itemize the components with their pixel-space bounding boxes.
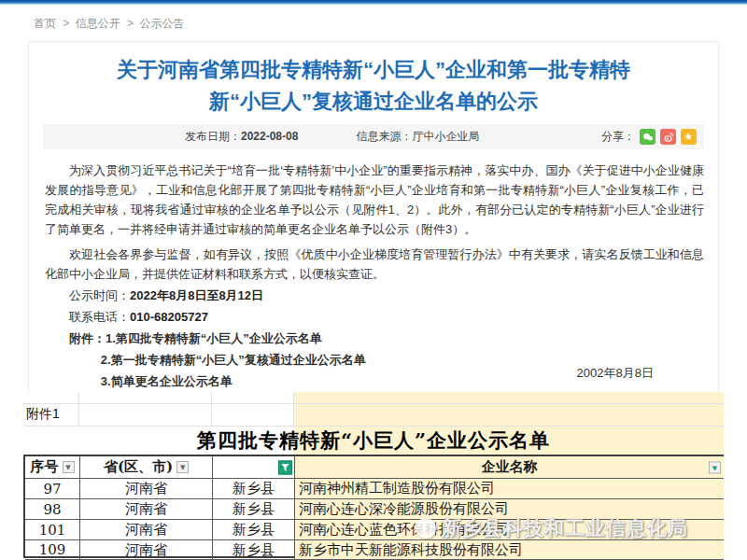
- qzone-share-icon[interactable]: ★: [681, 129, 697, 145]
- share-label: 分享：: [601, 129, 635, 145]
- notice-time-label: 公示时间：: [69, 288, 130, 302]
- annex-spreadsheet: 附件1 第四批专精特新“小巨人”企业公示名单 序号 ▼ 省(区、市) ▼ 企业名…: [23, 392, 724, 558]
- table-cell-company: 河南神州精工制造股份有限公司: [295, 479, 724, 499]
- contact-phone-label: 联系电话：: [69, 310, 130, 324]
- annex-band: 附件1: [23, 392, 724, 426]
- weibo-share-icon[interactable]: [660, 129, 676, 145]
- company-table: 序号 ▼ 省(区、市) ▼ 企业名称 ▼ 97 河南省 新乡县 河南神州精工制造…: [23, 455, 724, 558]
- breadcrumb-info-disclosure[interactable]: 信息公开: [76, 17, 120, 30]
- paragraph-1: 为深入贯彻习近平总书记关于“培育一批‘专精特新’中小企业”的重要指示精神，落实中…: [45, 161, 704, 239]
- paragraph-2: 欢迎社会各界参与监督，如有异议，按照《优质中小企业梯度培育管理暂行办法》中有关要…: [45, 245, 704, 284]
- table-cell-seq: 109: [25, 540, 80, 560]
- column-header-company: 企业名称 ▼: [295, 456, 724, 479]
- breadcrumb-current: 公示公告: [139, 17, 184, 30]
- table-title-row: 第四批专精特新“小巨人”企业公示名单: [23, 426, 724, 455]
- filter-dropdown-icon[interactable]: ▼: [176, 461, 189, 473]
- article-body: 为深入贯彻习近平总书记关于“培育一批‘专精特新’中小企业”的重要指示精神，落实中…: [45, 161, 704, 393]
- gridline: [211, 392, 212, 426]
- table-cell-province: 河南省: [80, 540, 213, 560]
- page-title-line2: 新“小巨人”复核通过企业名单的公示: [56, 86, 691, 118]
- column-header-county: [213, 456, 295, 479]
- table-cell-county: 新乡县: [213, 499, 295, 520]
- table-cell-province: 河南省: [80, 499, 213, 520]
- column-header-province: 省(区、市) ▼: [80, 456, 213, 479]
- table-cell-seq: 98: [25, 499, 80, 520]
- table-cell-seq: 97: [25, 479, 80, 499]
- attachments-line: 附件：1.第四批专精特新“小巨人”企业公示名单: [45, 329, 704, 348]
- contact-phone-value: 010-68205727: [130, 310, 208, 324]
- attachments-label: 附件：: [69, 331, 106, 345]
- annex-label: 附件1: [26, 406, 60, 423]
- share-bar: 分享： ★: [601, 129, 697, 145]
- top-banner-edge: [0, 0, 747, 5]
- table-cell-seq: 101: [25, 520, 80, 540]
- column-header-seq: 序号 ▼: [25, 456, 80, 479]
- info-source-value: 厅中小企业局: [412, 130, 479, 143]
- sign-date: 2002年8月8日: [577, 365, 654, 382]
- annex-band-highlight: [294, 392, 724, 426]
- gridline: [23, 403, 724, 404]
- filter-dropdown-icon[interactable]: ▼: [63, 461, 75, 473]
- info-source-label: 信息来源：: [356, 130, 412, 143]
- table-cell-company: 新乡市中天新能源科技股份有限公司: [295, 540, 724, 560]
- table-cell-province: 河南省: [80, 479, 213, 499]
- article-meta-bar: 发布日期：2022-08-08 信息来源：厅中小企业局 分享： ★: [43, 124, 704, 149]
- page-title: 关于河南省第四批专精特新“小巨人”企业和第一批专精特 新“小巨人”复核通过企业名…: [56, 54, 691, 118]
- breadcrumb-separator: >: [63, 17, 69, 30]
- table-cell-company: 河南心连心蓝色环保科技有限公司: [295, 520, 724, 540]
- gridline: [78, 392, 79, 426]
- publish-date-value: 2022-08-08: [241, 130, 298, 143]
- breadcrumb-separator: >: [127, 17, 134, 30]
- table-cell-company: 河南心连心深冷能源股份有限公司: [295, 499, 724, 520]
- contact-phone-line: 联系电话：010-68205727: [45, 307, 704, 327]
- page-title-line1: 关于河南省第四批专精特新“小巨人”企业和第一批专精特: [56, 54, 691, 86]
- column-header-seq-label: 序号: [31, 458, 59, 476]
- table-cell-province: 河南省: [80, 520, 213, 540]
- column-header-province-label: 省(区、市): [104, 458, 173, 476]
- table-cell-county: 新乡县: [213, 520, 295, 540]
- notice-time-value: 2022年8月8日至8月12日: [130, 288, 263, 302]
- active-filter-funnel-icon[interactable]: [278, 460, 292, 474]
- publish-date: 发布日期：2022-08-08: [185, 129, 298, 145]
- filter-dropdown-icon[interactable]: ▼: [709, 461, 721, 473]
- table-cell-county: 新乡县: [213, 479, 295, 499]
- table-title: 第四批专精特新“小巨人”企业公示名单: [197, 427, 550, 454]
- wechat-share-icon[interactable]: [640, 129, 655, 145]
- notice-time-line: 公示时间：2022年8月8日至8月12日: [45, 286, 704, 305]
- breadcrumb: 首页 > 信息公开 > 公示公告: [34, 16, 188, 32]
- info-source: 信息来源：厅中小企业局: [356, 129, 479, 145]
- attachment-link-1[interactable]: 1.第四批专精特新“小巨人”企业公示名单: [106, 331, 322, 345]
- table-cell-county: 新乡县: [213, 540, 295, 560]
- column-header-company-label: 企业名称: [482, 458, 538, 476]
- breadcrumb-home[interactable]: 首页: [34, 17, 56, 30]
- publish-date-label: 发布日期：: [185, 130, 241, 143]
- gridline: [293, 392, 294, 426]
